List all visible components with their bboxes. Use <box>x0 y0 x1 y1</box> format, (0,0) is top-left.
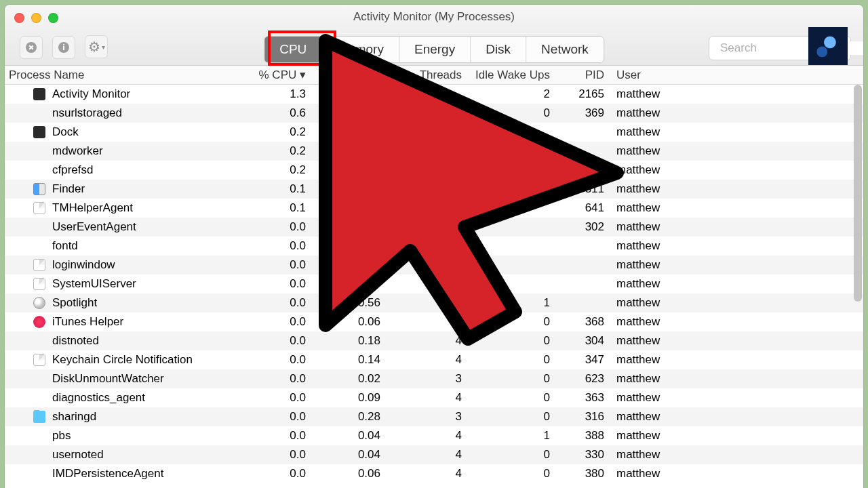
cell-idle-wakeups: 0 <box>466 372 554 386</box>
tab-disk[interactable]: Disk <box>471 37 526 62</box>
col-cpu-pct[interactable]: % CPU ▾ <box>235 68 310 82</box>
cell-cpu-pct: 0.0 <box>235 410 310 424</box>
table-row[interactable]: Keychain Circle Notification0.00.1440347… <box>5 350 863 369</box>
process-icon <box>33 278 45 290</box>
cell-pid: 2165 <box>554 87 608 101</box>
tab-energy[interactable]: Energy <box>399 37 471 62</box>
cell-pid: 347 <box>554 353 608 367</box>
table-row[interactable]: pbs0.00.0441388matthew <box>5 426 863 445</box>
table-row[interactable]: distnoted0.00.1840304matthew <box>5 331 863 350</box>
cell-user: matthew <box>608 334 852 348</box>
cell-user: matthew <box>608 296 852 310</box>
cell-threads: 3 <box>384 410 466 424</box>
table-row[interactable]: UserEventAgent0.00.45302matthew <box>5 218 863 237</box>
minimize-button[interactable] <box>31 13 41 23</box>
window-controls <box>14 13 58 23</box>
table-row[interactable]: Finder0.19.921311matthew <box>5 180 863 199</box>
toolbar: ⚙▾ <box>20 36 108 59</box>
col-threads[interactable]: Threads <box>384 68 466 82</box>
close-button[interactable] <box>14 13 24 23</box>
table-row[interactable]: DiskUnmountWatcher0.00.0230623matthew <box>5 369 863 388</box>
cell-user: matthew <box>608 220 852 234</box>
cell-pid: 368 <box>554 315 608 329</box>
tab-group: CPU Memory Energy Disk Network <box>264 36 604 63</box>
col-pid[interactable]: PID <box>554 68 608 82</box>
process-icon <box>33 411 45 423</box>
scrollbar-thumb[interactable] <box>854 85 862 302</box>
cell-process-name: sharingd <box>5 410 235 424</box>
table-row[interactable]: TMHelperAgent0.10.19641matthew <box>5 199 863 218</box>
cell-cpu-time: 0.09 <box>310 391 384 405</box>
table-row[interactable]: diagnostics_agent0.00.0940363matthew <box>5 388 863 407</box>
process-icon <box>33 373 45 385</box>
cell-threads: 3 <box>384 315 466 329</box>
table-row[interactable]: mdworker0.20.matthew <box>5 142 863 161</box>
cell-threads: 4 <box>384 391 466 405</box>
info-button[interactable] <box>52 36 75 59</box>
cell-pid: 363 <box>554 391 608 405</box>
col-cpu-time[interactable]: CPU Time <box>310 68 384 82</box>
cell-process-name: cfprefsd <box>5 163 235 177</box>
cell-process-name: UserEventAgent <box>5 220 235 234</box>
process-icon <box>33 164 45 176</box>
tab-cpu[interactable]: CPU <box>264 37 322 62</box>
cell-process-name: nsurlstoraged <box>5 106 235 120</box>
cell-idle-wakeups: 0 <box>466 353 554 367</box>
maximize-button[interactable] <box>48 13 58 23</box>
table-row[interactable]: IMDPersistenceAgent0.00.0640380matthew <box>5 464 863 483</box>
cell-pid: 304 <box>554 334 608 348</box>
titlebar: Activity Monitor (My Processes) ⚙▾ CPU M… <box>5 5 863 66</box>
table-row[interactable]: loginwindow0.00.50matthew <box>5 256 863 274</box>
table-row[interactable]: cfprefsd0.20.66306matthew <box>5 161 863 180</box>
table-row[interactable]: Spotlight0.00.5681matthew <box>5 293 863 312</box>
settings-menu-button[interactable]: ⚙▾ <box>85 35 108 58</box>
cell-pid: 388 <box>554 429 608 443</box>
process-icon <box>33 88 45 100</box>
cell-cpu-time: 0.66 <box>310 163 384 177</box>
tab-memory[interactable]: Memory <box>322 37 399 62</box>
cell-user: matthew <box>608 391 852 405</box>
cell-cpu-time: 0.19 <box>310 201 384 215</box>
col-user[interactable]: User <box>608 68 852 82</box>
cell-user: matthew <box>608 410 852 424</box>
table-row[interactable]: sharingd0.00.2830316matthew <box>5 407 863 426</box>
table-row[interactable]: nsurlstoraged0.60369matthew <box>5 104 863 123</box>
cell-cpu-time: 0.28 <box>310 410 384 424</box>
cell-idle-wakeups: 1 <box>466 296 554 310</box>
cell-process-name: Activity Monitor <box>5 87 235 101</box>
cell-cpu-time: 9.92 <box>310 182 384 196</box>
cell-process-name: DiskUnmountWatcher <box>5 372 235 386</box>
table-row[interactable]: iTunes Helper0.00.0630368matthew <box>5 312 863 331</box>
cell-idle-wakeups: 0 <box>466 315 554 329</box>
tab-network[interactable]: Network <box>526 37 604 62</box>
cell-pid: 302 <box>554 220 608 234</box>
sort-indicator-icon: ▾ <box>300 68 306 81</box>
cell-process-name: mdworker <box>5 144 235 158</box>
col-process-name[interactable]: Process Name <box>5 68 235 82</box>
table-row[interactable]: SystemUIServer0.00.46matthew <box>5 274 863 293</box>
process-icon <box>33 468 45 480</box>
cell-user: matthew <box>608 429 852 443</box>
cell-cpu-pct: 0.0 <box>235 258 310 272</box>
process-icon <box>33 297 45 309</box>
stop-process-button[interactable] <box>20 36 43 59</box>
cell-cpu-pct: 0.0 <box>235 448 310 462</box>
activity-monitor-window: Activity Monitor (My Processes) ⚙▾ CPU M… <box>5 5 863 488</box>
cell-user: matthew <box>608 163 852 177</box>
table-row[interactable]: Activity Monitor1.322165matthew <box>5 85 863 104</box>
cell-cpu-pct: 1.3 <box>235 87 310 101</box>
cell-process-name: fontd <box>5 239 235 253</box>
cell-pid: 306 <box>554 163 608 177</box>
cell-user: matthew <box>608 372 852 386</box>
cell-user: matthew <box>608 201 852 215</box>
table-row[interactable]: usernoted0.00.0440330matthew <box>5 445 863 464</box>
process-icon <box>33 449 45 461</box>
process-icon <box>33 145 45 157</box>
table-row[interactable]: fontd0.00.43matthew <box>5 237 863 256</box>
col-idle-wakeups[interactable]: Idle Wake Ups <box>466 68 554 82</box>
cell-cpu-time: 0.50 <box>310 258 384 272</box>
process-icon <box>33 126 45 138</box>
cell-cpu-time: 0.46 <box>310 277 384 291</box>
table-row[interactable]: Dock0.2matthew <box>5 123 863 142</box>
cell-idle-wakeups: 0 <box>466 106 554 120</box>
